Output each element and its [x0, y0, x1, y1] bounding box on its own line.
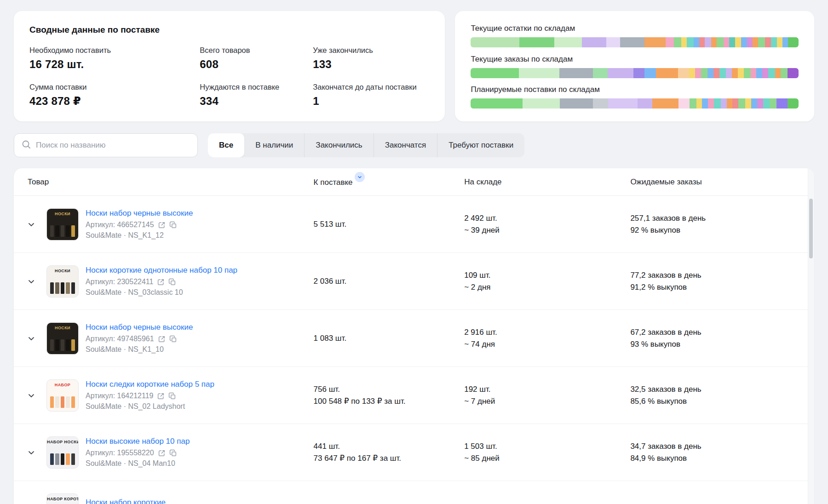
product-cell: НОСКИ Носки набор черные высокие Артикул… — [28, 322, 314, 355]
row-expand-chevron-icon[interactable] — [28, 278, 40, 285]
table-row: НОСКИ Носки короткие однотонные набор 10… — [14, 253, 814, 310]
scrollbar-track[interactable] — [808, 168, 814, 504]
product-name-link[interactable]: Носки высокие набор 10 пар — [86, 437, 190, 446]
chart-label: Текущие заказы по складам — [471, 55, 799, 64]
stock-days-left: ~ 39 дней — [464, 224, 630, 236]
product-thumbnail: НОСКИ — [46, 322, 79, 355]
product-info: Носки набор черные высокие Артикул: 4974… — [86, 323, 193, 354]
table-row: НОСКИ Носки набор черные высокие Артикул… — [14, 196, 814, 253]
warehouse-planned-chart: Планируемые поставки по складам — [471, 85, 799, 109]
supply-quantity: 756 шт. — [314, 384, 465, 395]
orders-cell: 67,2 заказов в день 93 % выкупов — [630, 326, 800, 350]
product-name-link[interactable]: Носки следки короткие набор 5 пар — [86, 380, 214, 389]
stat-value: 16 728 шт. — [29, 58, 190, 71]
product-name-link[interactable]: Носки короткие однотонные набор 10 пар — [86, 266, 237, 275]
table-row: НАБОР НОСКИ Носки высокие набор 10 пар А… — [14, 424, 814, 481]
stock-cell: 1 503 шт. ~ 85 дней — [464, 441, 630, 464]
stock-days-left: ~ 85 дней — [464, 452, 630, 464]
external-link-icon[interactable] — [158, 221, 166, 229]
sort-chevron-icon[interactable] — [355, 172, 365, 182]
orders-per-day: 34,7 заказов в день — [630, 441, 800, 452]
stat-label: Сумма поставки — [29, 83, 190, 92]
stat-value: 608 — [200, 58, 304, 71]
orders-per-day: 32,5 заказов в день — [630, 384, 800, 395]
copy-icon[interactable] — [169, 335, 177, 343]
stock-quantity: 1 503 шт. — [464, 441, 630, 452]
orders-cell: 32,5 заказов в день 85,6 % выкупов — [630, 384, 800, 407]
buyout-percent: 92 % выкупов — [630, 224, 800, 236]
copy-icon[interactable] — [169, 221, 177, 229]
tab-ended[interactable]: Закончились — [304, 133, 373, 157]
copy-icon[interactable] — [168, 392, 176, 400]
thumbnail-stripes — [47, 453, 78, 468]
supply-summary-card: Сводные данные по поставке Необходимо по… — [14, 11, 445, 121]
controls-row: Все В наличии Закончились Закончатся Тре… — [14, 133, 814, 157]
filter-tabs: Все В наличии Закончились Закончатся Тре… — [208, 133, 524, 157]
external-link-icon[interactable] — [157, 392, 165, 400]
product-article: Артикул: 466527145 — [86, 221, 154, 229]
product-name-link[interactable]: Носки набор черные высокие — [86, 209, 193, 218]
stock-cell: 109 шт. ~ 2 дня — [464, 269, 630, 293]
search-input[interactable] — [36, 141, 190, 150]
external-link-icon[interactable] — [158, 449, 166, 457]
warehouse-bar — [471, 37, 799, 47]
scrollbar-thumb[interactable] — [809, 199, 813, 258]
supply-sum: 100 548 ₽ по 133 ₽ за шт. — [314, 395, 465, 407]
buyout-percent: 84,9 % выкупов — [630, 452, 800, 464]
row-expand-chevron-icon[interactable] — [28, 392, 40, 399]
product-info: Носки набор черные высокие Артикул: 4665… — [86, 209, 193, 240]
stat-value: 133 — [313, 58, 429, 71]
product-brand-sku: Soul&Mate · NS_02 Ladyshort — [86, 402, 214, 411]
tab-need-supply[interactable]: Требуют поставки — [437, 133, 524, 157]
supply-cell: 756 шт. 100 548 ₽ по 133 ₽ за шт. — [314, 384, 465, 407]
summary-title: Сводные данные по поставке — [29, 25, 429, 35]
product-info: Носки короткие однотонные набор 10 пар А… — [86, 266, 237, 297]
product-name-link[interactable]: Носки набор черные высокие — [86, 323, 193, 332]
tab-all[interactable]: Все — [208, 133, 244, 157]
stock-cell: 2 492 шт. ~ 39 дней — [464, 212, 630, 236]
supply-sum: 73 647 ₽ по 167 ₽ за шт. — [314, 452, 465, 464]
copy-icon[interactable] — [169, 449, 177, 457]
stat-total-products: Всего товаров 608 — [200, 46, 304, 71]
product-thumbnail: НОСКИ — [46, 265, 79, 298]
stat-label: Закончатся до даты поставки — [313, 83, 429, 92]
copy-icon[interactable] — [168, 278, 176, 286]
row-expand-chevron-icon[interactable] — [28, 221, 40, 228]
table-header-supply[interactable]: К поставке — [314, 177, 465, 187]
chart-label: Текущие остатки по складам — [471, 24, 799, 33]
thumbnail-stripes — [47, 396, 78, 411]
orders-cell: 77,2 заказов в день 91,2 % выкупов — [630, 269, 800, 293]
supply-cell: 441 шт. 73 647 ₽ по 167 ₽ за шт. — [314, 441, 465, 464]
supply-cell: 1 083 шт. — [314, 332, 465, 344]
product-article: Артикул: 164212119 — [86, 392, 153, 400]
stock-quantity: 2 916 шт. — [464, 326, 630, 338]
stat-supply-sum: Сумма поставки 423 878 ₽ — [29, 83, 190, 108]
external-link-icon[interactable] — [158, 335, 166, 343]
table-row: НАБОР КОРОТКИХ Носки набор короткие Арти… — [14, 481, 814, 504]
products-table-card: Товар К поставке На складе Ожидаемые зак… — [14, 168, 814, 504]
page: Сводные данные по поставке Необходимо по… — [0, 0, 828, 504]
row-expand-chevron-icon[interactable] — [28, 335, 40, 342]
buyout-percent: 93 % выкупов — [630, 338, 800, 350]
product-article: Артикул: 497485961 — [86, 335, 154, 343]
tab-in-stock[interactable]: В наличии — [244, 133, 304, 157]
supply-quantity: 5 513 шт. — [314, 218, 465, 230]
orders-cell: 34,7 заказов в день 84,9 % выкупов — [630, 441, 800, 464]
table-row: НАБОР Носки следки короткие набор 5 пар … — [14, 367, 814, 424]
row-expand-chevron-icon[interactable] — [28, 449, 40, 456]
tab-will-end[interactable]: Закончатся — [374, 133, 437, 157]
table-header-supply-label: К поставке — [314, 178, 353, 187]
stat-label: Необходимо поставить — [29, 46, 190, 55]
product-brand-sku: Soul&Mate · NS_K1_10 — [86, 345, 193, 354]
summary-stats-grid: Необходимо поставить 16 728 шт. Всего то… — [29, 46, 429, 108]
orders-cell: 257,1 заказов в день 92 % выкупов — [630, 212, 800, 236]
search-box[interactable] — [14, 133, 198, 157]
product-thumbnail: НАБОР — [46, 379, 79, 412]
external-link-icon[interactable] — [157, 278, 165, 286]
stat-out-of-stock: Уже закончились 133 — [313, 46, 429, 71]
chart-label: Планируемые поставки по складам — [471, 85, 799, 94]
stat-label: Всего товаров — [200, 46, 304, 55]
supply-quantity: 2 036 шт. — [314, 275, 465, 287]
thumbnail-label: НОСКИ — [47, 323, 78, 330]
product-name-link[interactable]: Носки набор короткие — [86, 498, 166, 504]
